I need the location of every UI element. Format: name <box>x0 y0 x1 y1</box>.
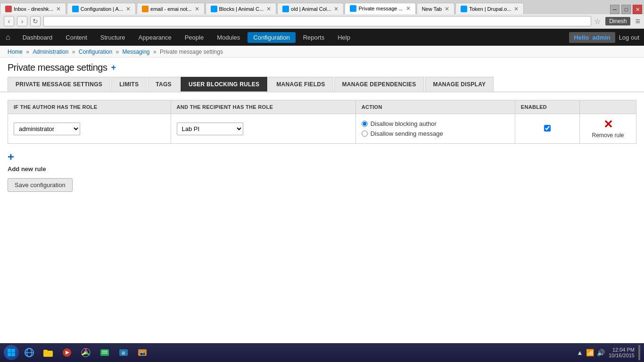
window-restore[interactable]: □ <box>621 5 631 14</box>
tab-gmail[interactable]: Inbox - dineshk... ✕ <box>0 3 66 14</box>
toolbar-people[interactable]: People <box>178 29 210 46</box>
svg-rect-17 <box>102 351 107 352</box>
tab-close-icon[interactable]: ✕ <box>195 6 199 12</box>
toolbar-help[interactable]: Help <box>331 29 357 46</box>
svg-rect-8 <box>43 350 48 352</box>
taskbar-item2[interactable]: ⊞ <box>115 345 132 360</box>
add-plus-icon[interactable]: + <box>8 151 636 163</box>
tab-favicon <box>350 5 356 12</box>
bookmark-icon[interactable]: ☆ <box>594 17 601 26</box>
taskbar-left: ⊞ 📷 <box>4 345 151 360</box>
admin-name: admin <box>592 34 610 41</box>
forward-button[interactable]: › <box>17 16 27 26</box>
remove-rule-label: Remove rule <box>592 132 624 139</box>
tab-newtab[interactable]: New Tab ✕ <box>417 3 455 14</box>
tab-label: Token | Drupal.o... <box>469 6 511 12</box>
tab-favicon <box>282 6 289 12</box>
breadcrumb-home[interactable]: Home <box>8 49 23 55</box>
address-input[interactable]: ...//www.dinesh.com/transgenic/admin/con… <box>43 16 591 26</box>
breadcrumb-messaging[interactable]: Messaging <box>123 49 150 55</box>
author-role-select[interactable]: administrator editor authenticated user … <box>14 123 80 135</box>
tab-token[interactable]: Token | Drupal.o... ✕ <box>455 3 524 14</box>
show-desktop-icon[interactable] <box>638 345 640 360</box>
toolbar-reports[interactable]: Reports <box>297 29 331 46</box>
main-content: IF THE AUTHOR HAS THE ROLE AND THE RECIP… <box>0 92 644 199</box>
radio-disallow-blocking[interactable] <box>362 121 368 127</box>
recipient-role-cell: Lab PI administrator editor authenticate… <box>171 114 355 144</box>
tab-old[interactable]: old | Animal Col... ✕ <box>277 3 344 14</box>
toolbar-modules[interactable]: Modules <box>210 29 247 46</box>
tab-user-blocking-rules[interactable]: USER BLOCKING RULES <box>181 77 267 91</box>
breadcrumb-config[interactable]: Configuration <box>79 49 112 55</box>
svg-rect-1 <box>12 349 16 353</box>
action-disallow-sending[interactable]: Disallow sending message <box>362 130 509 137</box>
taskbar-item1[interactable] <box>96 345 113 360</box>
toolbar-dashboard[interactable]: Dashboard <box>16 29 59 46</box>
taskbar-folder[interactable] <box>40 345 57 360</box>
page-header: Private message settings + <box>0 58 644 77</box>
col-action: ACTION <box>355 100 515 114</box>
enabled-checkbox[interactable] <box>544 125 551 132</box>
reload-button[interactable]: ↻ <box>30 16 41 26</box>
tab-close-icon[interactable]: ✕ <box>334 6 339 12</box>
toolbar-appearance[interactable]: Appearance <box>132 29 178 46</box>
table-row: administrator editor authenticated user … <box>8 114 636 144</box>
tab-close-icon[interactable]: ✕ <box>406 5 411 12</box>
toolbar-structure[interactable]: Structure <box>94 29 132 46</box>
tab-manage-dependencies[interactable]: MANAGE DEPENDENCIES <box>334 77 424 91</box>
window-close[interactable]: ✕ <box>633 5 642 14</box>
add-rule-label: Add new rule <box>8 165 636 173</box>
tab-manage-display[interactable]: MANAGE DISPLAY <box>425 77 494 91</box>
tab-close-icon[interactable]: ✕ <box>266 6 271 12</box>
action-cell: Disallow blocking author Disallow sendin… <box>355 114 515 144</box>
logout-link[interactable]: Log out <box>619 34 639 41</box>
svg-rect-2 <box>8 353 11 357</box>
save-configuration-button[interactable]: Save configuration <box>8 178 73 192</box>
back-button[interactable]: ‹ <box>4 16 14 26</box>
taskbar-tray: ▲ 📶 🔊 <box>577 349 605 356</box>
col-recipient-role: AND THE RECIPIENT HAS THE ROLE <box>171 100 355 114</box>
tab-favicon <box>461 6 467 12</box>
toolbar-configuration[interactable]: Configuration <box>248 32 295 43</box>
svg-rect-3 <box>12 353 16 357</box>
tab-manage-fields[interactable]: MANAGE FIELDS <box>268 77 333 91</box>
taskbar-chrome[interactable] <box>77 345 94 360</box>
svg-line-14 <box>86 353 90 355</box>
radio-disallow-sending[interactable] <box>362 131 368 137</box>
taskbar-item3[interactable]: 📷 <box>134 345 151 360</box>
tab-private-message-settings[interactable]: PRIVATE MESSAGE SETTINGS <box>8 77 110 91</box>
windows-start-button[interactable] <box>4 345 19 360</box>
admin-toolbar: ⌂ Dashboard Content Structure Appearance… <box>0 29 644 46</box>
action-radio-group: Disallow blocking author Disallow sendin… <box>362 120 509 137</box>
breadcrumb-current: Private message settings <box>160 49 223 55</box>
tab-limits[interactable]: LIMITS <box>111 77 147 91</box>
tab-email[interactable]: email - emai not... ✕ <box>137 3 204 14</box>
tab-close-icon[interactable]: ✕ <box>56 6 61 12</box>
hello-badge: Hello admin <box>569 32 615 43</box>
svg-line-15 <box>82 353 86 355</box>
taskbar-media[interactable] <box>58 345 75 360</box>
toolbar-right: Hello admin Log out <box>569 32 644 43</box>
tab-tags[interactable]: TAGS <box>148 77 180 91</box>
tab-blocks[interactable]: Blocks | Animal C... ✕ <box>206 3 277 14</box>
toolbar-home[interactable]: ⌂ <box>0 29 16 46</box>
taskbar-ie[interactable] <box>21 345 38 360</box>
tabs-bar: PRIVATE MESSAGE SETTINGS LIMITS TAGS USE… <box>0 77 644 92</box>
remove-rule-button[interactable]: ✕ Remove rule <box>586 119 630 139</box>
tab-close-icon[interactable]: ✕ <box>126 6 131 12</box>
browser-menu-icon[interactable]: ≡ <box>635 16 640 26</box>
tab-close-icon[interactable]: ✕ <box>514 6 519 12</box>
breadcrumb-admin[interactable]: Administration <box>33 49 68 55</box>
tray-arrow-icon[interactable]: ▲ <box>577 349 583 356</box>
add-item-icon[interactable]: + <box>111 63 116 73</box>
taskbar: ⊞ 📷 ▲ 📶 🔊 12:04 PM 10/16/2015 <box>0 343 644 362</box>
recipient-role-select[interactable]: Lab PI administrator editor authenticate… <box>177 123 243 135</box>
window-minimize[interactable]: ─ <box>610 5 619 14</box>
tab-config[interactable]: Configuration | A... ✕ <box>67 3 136 14</box>
action-label-1: Disallow blocking author <box>371 120 437 127</box>
remove-rule-cell: ✕ Remove rule <box>580 114 636 144</box>
tab-privatemsg[interactable]: Private message ... ✕ <box>345 3 415 14</box>
toolbar-content[interactable]: Content <box>59 29 94 46</box>
action-disallow-blocking[interactable]: Disallow blocking author <box>362 120 509 127</box>
tab-close-icon[interactable]: ✕ <box>445 6 449 12</box>
